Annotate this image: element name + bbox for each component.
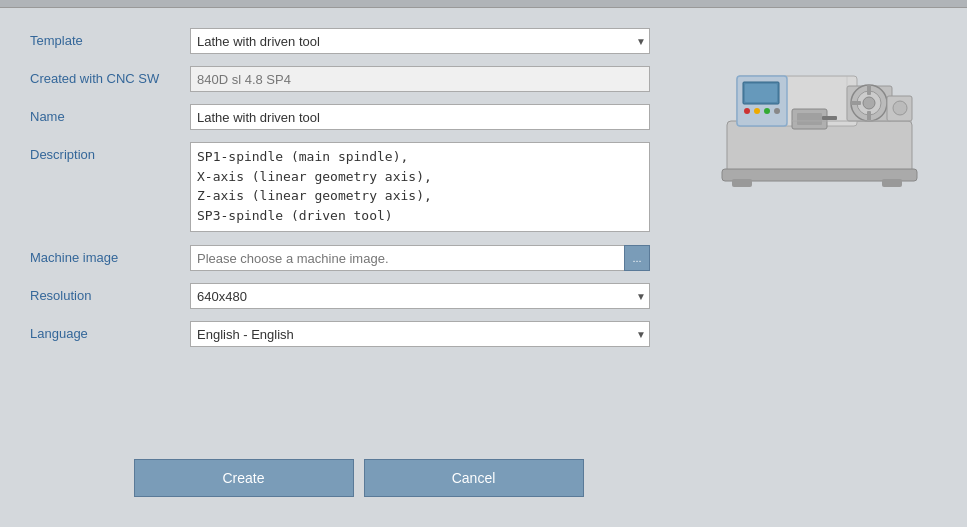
- content-area: Template Lathe with driven tool ▼ Create…: [0, 8, 967, 527]
- svg-rect-18: [851, 101, 861, 105]
- machine-image-row: Machine image ...: [30, 245, 687, 273]
- create-button[interactable]: Create: [134, 459, 354, 497]
- language-select-wrapper: English - English German - Deutsch Frenc…: [190, 321, 650, 347]
- created-with-input: [190, 66, 650, 92]
- svg-point-15: [863, 97, 875, 109]
- name-input-wrapper: [190, 104, 650, 130]
- cancel-button[interactable]: Cancel: [364, 459, 584, 497]
- template-row: Template Lathe with driven tool ▼: [30, 28, 687, 56]
- svg-rect-16: [867, 85, 871, 95]
- description-input-wrapper: SP1-spindle (main spindle), X-axis (line…: [190, 142, 650, 235]
- svg-rect-22: [797, 113, 822, 125]
- template-input-wrapper: Lathe with driven tool ▼: [190, 28, 650, 54]
- name-row: Name: [30, 104, 687, 132]
- description-textarea[interactable]: SP1-spindle (main spindle), X-axis (line…: [190, 142, 650, 232]
- created-with-input-wrapper: [190, 66, 650, 92]
- resolution-label: Resolution: [30, 283, 190, 303]
- main-container: Template Lathe with driven tool ▼ Create…: [0, 0, 967, 527]
- language-input-wrapper: English - English German - Deutsch Frenc…: [190, 321, 650, 347]
- svg-point-11: [774, 108, 780, 114]
- browse-button[interactable]: ...: [624, 245, 650, 271]
- template-select[interactable]: Lathe with driven tool: [190, 28, 650, 54]
- form-section: Template Lathe with driven tool ▼ Create…: [30, 28, 687, 507]
- svg-rect-7: [745, 84, 777, 102]
- resolution-select-wrapper: 640x480 800x600 1024x768 1280x1024 ▼: [190, 283, 650, 309]
- template-select-wrapper: Lathe with driven tool ▼: [190, 28, 650, 54]
- svg-point-20: [893, 101, 907, 115]
- name-input[interactable]: [190, 104, 650, 130]
- resolution-row: Resolution 640x480 800x600 1024x768 1280…: [30, 283, 687, 311]
- name-label: Name: [30, 104, 190, 124]
- language-select[interactable]: English - English German - Deutsch Frenc…: [190, 321, 650, 347]
- language-label: Language: [30, 321, 190, 341]
- machine-image-section: [707, 28, 937, 507]
- resolution-input-wrapper: 640x480 800x600 1024x768 1280x1024 ▼: [190, 283, 650, 309]
- svg-point-8: [744, 108, 750, 114]
- svg-rect-17: [867, 111, 871, 121]
- machine-image-label: Machine image: [30, 245, 190, 265]
- svg-rect-2: [732, 179, 752, 187]
- description-label: Description: [30, 142, 190, 162]
- button-row: Create Cancel: [30, 459, 687, 507]
- svg-point-10: [764, 108, 770, 114]
- template-label: Template: [30, 28, 190, 48]
- machine-image-preview: [717, 38, 927, 198]
- language-row: Language English - English German - Deut…: [30, 321, 687, 349]
- svg-point-9: [754, 108, 760, 114]
- description-row: Description SP1-spindle (main spindle), …: [30, 142, 687, 235]
- machine-image-field-wrapper: ...: [190, 245, 650, 271]
- svg-rect-23: [822, 116, 837, 120]
- machine-image-input: [190, 245, 624, 271]
- created-with-row: Created with CNC SW: [30, 66, 687, 94]
- machine-image-input-wrapper: ...: [190, 245, 650, 271]
- top-bar: [0, 0, 967, 8]
- created-with-label: Created with CNC SW: [30, 66, 190, 86]
- machine-illustration: [717, 41, 927, 196]
- svg-rect-3: [882, 179, 902, 187]
- resolution-select[interactable]: 640x480 800x600 1024x768 1280x1024: [190, 283, 650, 309]
